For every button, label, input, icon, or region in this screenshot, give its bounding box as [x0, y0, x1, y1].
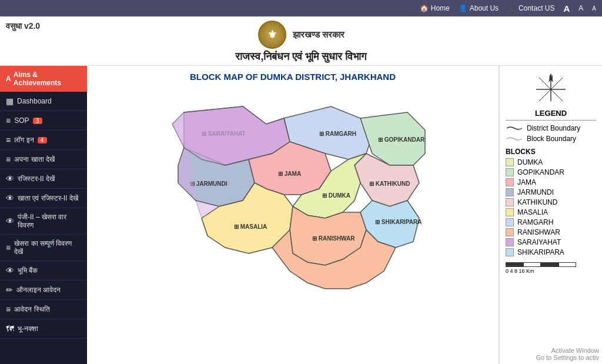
jama-color [506, 178, 514, 186]
emblem-logo: ⚜ [257, 20, 287, 49]
register2-icon: 👁 [6, 174, 14, 183]
block-boundary-label: Block Boundary [527, 135, 576, 143]
legend-district-boundary: District Boundary [506, 124, 596, 132]
sidebar-khesra-label: खेसरा का सम्पूर्ण विवरण देखें [14, 239, 81, 256]
contact-nav-item[interactable]: 📞 Contact US [507, 4, 554, 12]
sidebar-item-login[interactable]: ≡ लॉग इन 4 [0, 131, 87, 150]
map-svg-wrapper: ⊞ SARAIYAHAT ⊞ RAMGARH ⊞ GOPIKANDAR ⊞ JA… [93, 85, 493, 357]
sidebar-item-bhu-naksha[interactable]: 🗺 भू-नक्शा [0, 319, 87, 339]
gopikandar-label: ⊞ GOPIKANDAR [378, 136, 425, 143]
legend-block-masalia: MASALIA [506, 208, 596, 216]
sidebar-dashboard-label: Dashboard [17, 97, 52, 105]
vasudha-logo: वसुधा v2.0 [6, 21, 40, 31]
bhoomi-bank-icon: 👁 [6, 266, 14, 275]
ramgarh-color [506, 218, 514, 226]
jama-label: ⊞ JAMA [278, 171, 301, 177]
sop-icon: ≡ [6, 116, 11, 125]
sidebar-item-panji2[interactable]: 👁 पंजी-II – खेसरा वार विवरण [0, 208, 87, 235]
svg-text:N: N [549, 74, 553, 80]
watermark-line1: Activate Window [536, 347, 599, 354]
emblem-circle: ⚜ [258, 21, 286, 49]
dashboard-icon: ▦ [6, 96, 14, 106]
sidebar-item-dashboard[interactable]: ▦ Dashboard [0, 92, 87, 111]
ranishwar-label: ⊞ RANISHWAR [312, 235, 355, 242]
contact-icon: 📞 [507, 4, 516, 12]
font-small-nav-item[interactable]: A [592, 5, 596, 12]
home-nav-item[interactable]: 🏠 Home [420, 4, 450, 12]
legend-block-kathikund: KATHIKUND [506, 198, 596, 206]
panji2-icon: 👁 [6, 216, 14, 226]
emblem-inner: ⚜ [267, 28, 277, 41]
scale-labels: 0 4 8 16 Km [506, 268, 596, 274]
legend-panel: N LEGEND District Boundary [499, 66, 602, 364]
login-badge: 4 [38, 137, 47, 143]
shikaripara-block-label: SHIKARIPARA [517, 248, 564, 256]
saraiyahat-color [506, 238, 514, 246]
scale-seg-4 [558, 262, 576, 267]
ranishwar-color [506, 228, 514, 236]
district-map-svg: ⊞ SARAIYAHAT ⊞ RAMGARH ⊞ GOPIKANDAR ⊞ JA… [149, 89, 437, 353]
home-label: Home [431, 4, 450, 12]
district-line-svg [506, 125, 523, 132]
legend-block-gopikandar: GOPIKANDAR [506, 168, 596, 176]
scale-label: 0 4 8 16 Km [506, 268, 534, 274]
font-medium-nav-item[interactable]: A [578, 4, 583, 12]
login-icon: ≡ [6, 135, 11, 145]
contact-label: Contact US [519, 4, 554, 12]
top-navigation: 🏠 Home 👤 About Us 📞 Contact US A A A [0, 0, 602, 16]
activate-watermark: Activate Window Go to Settings to activ [536, 347, 599, 361]
legend-block-boundary: Block Boundary [506, 135, 596, 143]
dumka-block-label: DUMKA [517, 158, 543, 166]
sidebar-item-register2[interactable]: 👁 रजिस्टर-II देखें [0, 169, 87, 189]
jarmundi-block-label: JARMUNDI [517, 188, 554, 196]
about-nav-item[interactable]: 👤 About Us [459, 4, 499, 12]
sidebar-panji2-label: पंजी-II – खेसरा वार विवरण [18, 213, 81, 229]
ranishwar-block-label: RANISHWAR [517, 228, 560, 236]
scale-seg-3 [541, 262, 558, 267]
header-hindi-title: झारखण्ड सरकार [293, 29, 345, 40]
ramgarh-label: ⊞ RAMGARH [319, 131, 356, 137]
masalia-color [506, 208, 514, 216]
sidebar-online-aavedan-label: ऑनलाइन आवेदन [16, 286, 61, 294]
masalia-block-label: MASALIA [517, 208, 548, 216]
legend-block-ranishwar: RANISHWAR [506, 228, 596, 236]
font-large-nav-item[interactable]: A [563, 4, 570, 14]
sidebar-item-bhoomi-bank[interactable]: 👁 भूमि बैंक [0, 261, 87, 280]
block-line-svg [506, 135, 523, 142]
sidebar-aavedan-sthiti-label: आवेदन स्थिति [14, 305, 49, 313]
aims-icon: A [6, 75, 11, 83]
jarmundi-label: ⊞ JARMUNDI [190, 181, 228, 187]
aavedan-sthiti-icon: ≡ [6, 305, 11, 314]
sidebar-register2-label: रजिस्टर-II देखें [18, 175, 55, 183]
sidebar-item-khata[interactable]: ≡ अपना खाता देखें [0, 150, 87, 169]
scale-bar [506, 262, 596, 267]
sidebar-bhu-naksha-label: भू-नक्शा [18, 325, 38, 333]
sidebar-item-online-aavedan[interactable]: ✏ ऑनलाइन आवेदन [0, 280, 87, 300]
content-area: BLOCK MAP OF DUMKA DISTRICT, JHARKHAND ⊞… [87, 66, 602, 364]
sidebar-item-khesra[interactable]: ≡ खेसरा का सम्पूर्ण विवरण देखें [0, 235, 87, 261]
masalia-label: ⊞ MASALIA [234, 223, 267, 230]
compass-svg: N [533, 72, 568, 104]
aims-label: Aims & Achievements [14, 71, 81, 87]
sidebar-login-label: लॉग इन [14, 136, 34, 144]
legend-block-saraiyahat: SARAIYAHAT [506, 238, 596, 246]
kathikund-label: ⊞ KATHIKUND [369, 181, 410, 187]
shikaripara-color [506, 248, 514, 256]
watermark-line2: Go to Settings to activ [536, 354, 599, 361]
ramgarh-block-label: RAMGARH [517, 218, 553, 226]
online-aavedan-icon: ✏ [6, 285, 13, 295]
legend-block-jama: JAMA [506, 178, 596, 186]
scale-seg-2 [523, 262, 541, 267]
sidebar-item-sop[interactable]: ≡ SOP 3 [0, 111, 87, 131]
header-main-title: राजस्व,निबंधन एवं भूमि सुधार विभाग [235, 51, 366, 63]
legend-block-ramgarh: RAMGARH [506, 218, 596, 226]
district-boundary-line [506, 125, 523, 132]
kathikund-block-label: KATHIKUND [517, 198, 557, 206]
legend-block-shikaripara: SHIKARIPARA [506, 248, 596, 256]
aims-header[interactable]: A Aims & Achievements [0, 66, 87, 92]
sidebar-item-aavedan-sthiti[interactable]: ≡ आवेदन स्थिति [0, 300, 87, 319]
sidebar-item-khata-register2[interactable]: 👁 खाता एवं रजिस्टर-II देखें [0, 189, 87, 208]
dumka-label: ⊞ DUMKA [322, 192, 350, 199]
block-boundary-line [506, 135, 523, 142]
page-header: वसुधा v2.0 ⚜ झारखण्ड सरकार राजस्व,निबंधन… [0, 16, 602, 66]
